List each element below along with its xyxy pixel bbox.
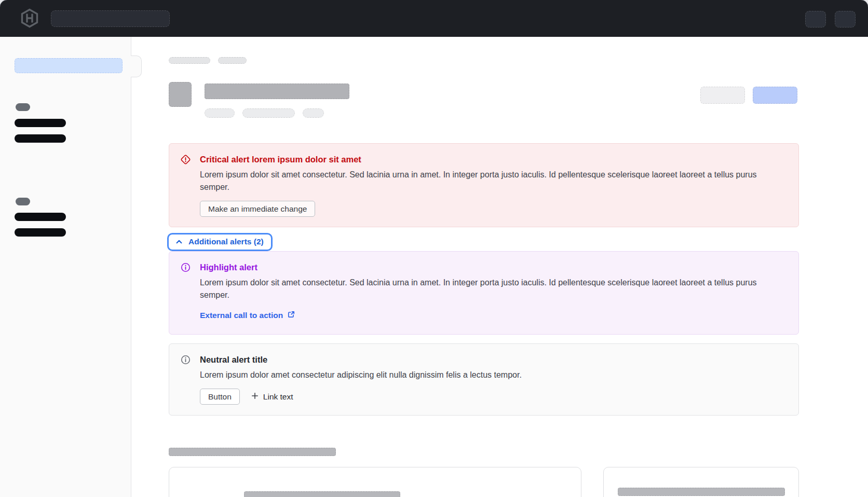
plus-icon <box>251 392 259 402</box>
main-content: Critical alert lorem ipsum dolor sit ame… <box>131 37 868 497</box>
secondary-button-placeholder[interactable] <box>700 87 745 104</box>
info-circle-icon <box>181 263 191 325</box>
alert-title: Critical alert lorem ipsum dolor sit ame… <box>200 154 786 165</box>
link-text-action[interactable]: Link text <box>251 392 293 402</box>
badge-placeholder <box>242 108 295 118</box>
sidebar <box>0 37 131 497</box>
content-card-placeholder <box>169 467 581 497</box>
sidebar-item-placeholder[interactable] <box>15 228 66 237</box>
nav-button-placeholder[interactable] <box>835 11 856 27</box>
external-call-to-action-link[interactable]: External call to action <box>200 310 295 321</box>
badge-placeholder <box>303 108 324 118</box>
card-title-placeholder <box>244 491 400 497</box>
alert-body: Lorem ipsum dolor sit amet consectetur. … <box>200 169 786 194</box>
neutral-alert-banner: Neutral alert title Lorem ipsum dolor am… <box>169 343 799 416</box>
chevron-up-icon <box>175 238 183 246</box>
nav-button-placeholder[interactable] <box>805 11 826 27</box>
badge-placeholder <box>205 108 235 118</box>
info-circle-icon <box>181 355 191 406</box>
breadcrumb-item-placeholder[interactable] <box>218 57 247 64</box>
additional-alerts-toggle[interactable]: Additional alerts (2) <box>167 233 273 251</box>
critical-alert-banner: Critical alert lorem ipsum dolor sit ame… <box>169 143 799 227</box>
hashicorp-logo-icon[interactable] <box>19 8 40 29</box>
sidebar-item-placeholder[interactable] <box>15 134 66 143</box>
page-meta-row <box>205 108 349 118</box>
primary-button-placeholder[interactable] <box>753 87 797 104</box>
page-header <box>169 82 799 118</box>
sidebar-item-placeholder[interactable] <box>15 119 66 127</box>
app-window: Critical alert lorem ipsum dolor sit ame… <box>0 0 868 497</box>
breadcrumb <box>169 57 799 64</box>
page-title-placeholder <box>205 84 349 99</box>
page-icon-placeholder <box>169 82 192 107</box>
alert-body: Lorem ipsum dolor amet consectetur adipi… <box>200 369 522 381</box>
alert-title: Highlight alert <box>200 262 786 273</box>
content-card-placeholder <box>603 467 799 497</box>
sidebar-section-label-placeholder <box>16 198 30 205</box>
external-link-icon <box>287 310 295 321</box>
top-navigation-bar <box>0 0 868 37</box>
sidebar-item-placeholder[interactable] <box>15 213 66 221</box>
section-title-placeholder <box>169 448 336 456</box>
toggle-label: Additional alerts (2) <box>188 237 264 246</box>
sidebar-flyout-handle[interactable] <box>131 56 142 77</box>
card-title-placeholder <box>618 488 785 496</box>
global-search-placeholder[interactable] <box>51 10 170 27</box>
alert-title: Neutral alert title <box>200 354 522 365</box>
alert-diamond-icon <box>181 155 191 217</box>
make-immediate-change-button[interactable]: Make an immediate change <box>200 201 315 217</box>
sidebar-active-item-placeholder[interactable] <box>15 58 123 73</box>
sidebar-section-label-placeholder <box>16 103 30 111</box>
neutral-alert-button[interactable]: Button <box>200 389 240 405</box>
breadcrumb-item-placeholder[interactable] <box>169 57 210 64</box>
highlight-alert-banner: Highlight alert Lorem ipsum dolor sit am… <box>169 251 799 335</box>
card-row <box>169 467 799 497</box>
alert-body: Lorem ipsum dolor sit amet consectetur. … <box>200 277 786 301</box>
